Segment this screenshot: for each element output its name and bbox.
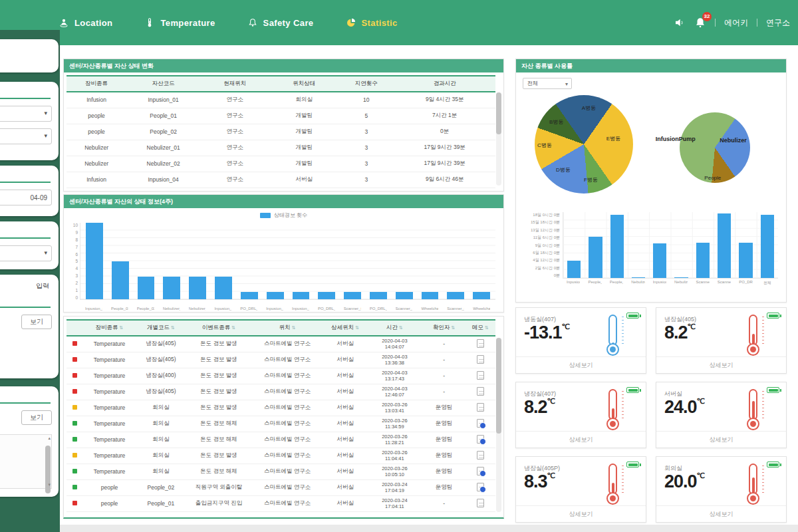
detail-view-button[interactable]: 상세보기 (656, 431, 786, 448)
sort-icon[interactable]: ⇅ (292, 325, 296, 330)
table-cell: Inpusion_01 (126, 92, 200, 108)
detail-view-button[interactable]: 상세보기 (656, 505, 786, 522)
table-cell: Temperature (84, 416, 135, 432)
sidebar-select-3[interactable] (0, 245, 52, 261)
table-cell: 회의실 (269, 92, 338, 108)
bar (86, 223, 103, 299)
time-cell: 2020-03-2611:04:41 (366, 448, 422, 464)
plot-area (563, 212, 778, 279)
bar (739, 243, 752, 278)
nav-item-statistic[interactable]: Statistic (346, 17, 398, 28)
sort-icon[interactable]: ⇅ (231, 325, 235, 330)
table-cell: 직원구역 외출이탈 (187, 479, 251, 495)
nav-right-cluster: 32 에어키 연구소 (674, 0, 790, 45)
y-tick-label: 6일 18시간 0분 (533, 250, 560, 256)
memo-icon[interactable] (477, 403, 484, 412)
memo-icon[interactable] (477, 419, 484, 428)
sort-icon[interactable]: ⇅ (485, 325, 489, 330)
memo-icon[interactable] (477, 339, 484, 348)
asset-usage-pie-chart: NebulizerPeopleInfusionPump (680, 112, 750, 183)
scrollbar-thumb[interactable] (496, 92, 501, 134)
view-button[interactable]: 보기 (21, 410, 52, 425)
table-cell: 7시간 1분 (394, 108, 495, 124)
battery-icon (626, 462, 639, 467)
detail-view-button[interactable]: 상세보기 (656, 356, 786, 373)
detail-view-button[interactable]: 상세보기 (516, 505, 646, 522)
table-cell: 연구소 (200, 108, 269, 124)
table-cell: Nebulizer_02 (126, 156, 200, 172)
usage-filter-select[interactable]: 전체 (523, 78, 572, 89)
bar (396, 292, 413, 300)
memo-cell (466, 464, 495, 479)
sort-icon[interactable]: ⇅ (355, 325, 359, 330)
event-date: 2020-03-24 (366, 497, 422, 503)
x-axis-labels: Inpusion_01People_01People_02Nebulizer_0… (80, 307, 495, 311)
scrollbar-thumb[interactable] (496, 338, 501, 434)
event-date: 2020-03-26 (366, 418, 422, 424)
event-time: 12:46:07 (366, 392, 422, 398)
time-cell: 2020-03-2611:34:59 (366, 416, 422, 432)
column-header: 상세위치⇅ (324, 320, 367, 336)
sort-icon[interactable]: ⇅ (171, 325, 175, 330)
x-tick-label: Wheelchair_01 (421, 307, 438, 311)
memo-icon[interactable] (477, 451, 484, 460)
temperature-card: 회의실20.0℃상세보기 (656, 456, 787, 523)
memo-icon[interactable] (477, 435, 484, 444)
sort-icon[interactable]: ⇅ (451, 325, 455, 330)
memo-icon[interactable] (477, 371, 484, 380)
temperature-card: 냉동실(407)-13.1℃상세보기 (515, 307, 646, 374)
nav-item-temperature[interactable]: Temperature (144, 17, 215, 28)
table-cell: 회의실 (135, 416, 186, 432)
table-cell: 서버실 (324, 400, 367, 416)
table-cell: 온도 경보 해제 (187, 464, 251, 479)
nav-item-label: Location (74, 18, 112, 28)
memo-icon[interactable] (477, 483, 484, 491)
checker-cell: - (422, 336, 466, 352)
detail-view-button[interactable]: 상세보기 (516, 431, 646, 448)
memo-icon[interactable] (477, 387, 484, 396)
memo-icon[interactable] (477, 355, 484, 364)
memo-icon[interactable] (477, 499, 484, 507)
site-menu[interactable]: 연구소 (766, 17, 790, 29)
table-scrollbar[interactable] (496, 92, 501, 186)
x-tick-label: Inpusion_01 (85, 307, 102, 311)
table-row: Temperature회의실온도 경보 발생스마트에빌 연구소서버실2020-0… (66, 400, 495, 416)
bar (163, 277, 180, 300)
temperature-card: 냉장실(405)8.2℃상세보기 (656, 307, 787, 374)
table-scrollbar[interactable] (496, 338, 501, 512)
memo-icon[interactable] (477, 467, 484, 475)
alarm-bell-icon[interactable]: 32 (694, 17, 706, 29)
event-time: 11:04:41 (366, 456, 422, 462)
y-tick-label: 10 (73, 223, 78, 227)
temperature-unit: ℃ (688, 323, 695, 331)
card-title: 센터/자산종류별 자산 상태 변화 (64, 59, 503, 72)
view-button[interactable]: 보기 (21, 315, 52, 329)
temperature-unit: ℃ (547, 471, 555, 479)
bar (447, 292, 464, 300)
sidebar-select-2[interactable] (0, 128, 52, 144)
asset-table-head-row: 장비종류자산코드현재위치위치상태지연횟수경과시간 (66, 76, 495, 92)
column-header-label: 이벤트종류 (202, 324, 231, 331)
nav-item-location[interactable]: Location (59, 17, 112, 28)
table-cell: 회의실 (135, 448, 186, 464)
table-cell: 연구소 (200, 156, 269, 172)
asset-table-body: InfusionInpusion_01연구소회의실109일 4시간 35분peo… (66, 92, 495, 188)
temperature-value: 8.2℃ (664, 323, 695, 343)
scroll-up-icon[interactable]: ▴ (48, 436, 51, 441)
sort-icon[interactable]: ⇅ (120, 325, 124, 330)
y-tick-label: 7 (75, 245, 78, 249)
table-cell: 서버실 (324, 479, 367, 495)
asset-status-chart-card: 센터/자산종류별 자산의 상태 정보(4주) 상태경보 횟수 109876543… (63, 194, 504, 313)
date-input[interactable]: 04-09 (0, 190, 52, 205)
table-cell: people (84, 495, 135, 511)
detail-view-button[interactable]: 상세보기 (516, 356, 646, 373)
y-tick-label: 4 (75, 266, 78, 271)
sort-icon[interactable]: ⇅ (399, 325, 403, 330)
user-menu[interactable]: 에어키 (724, 17, 748, 29)
column-header: 경과시간 (394, 76, 495, 92)
scroll-down-icon[interactable]: ▾ (48, 482, 51, 487)
nav-item-safety-care[interactable]: Safety Care (247, 17, 314, 28)
sidebar-select-1[interactable] (0, 106, 52, 122)
divider (715, 19, 716, 27)
speaker-icon[interactable] (674, 17, 686, 29)
